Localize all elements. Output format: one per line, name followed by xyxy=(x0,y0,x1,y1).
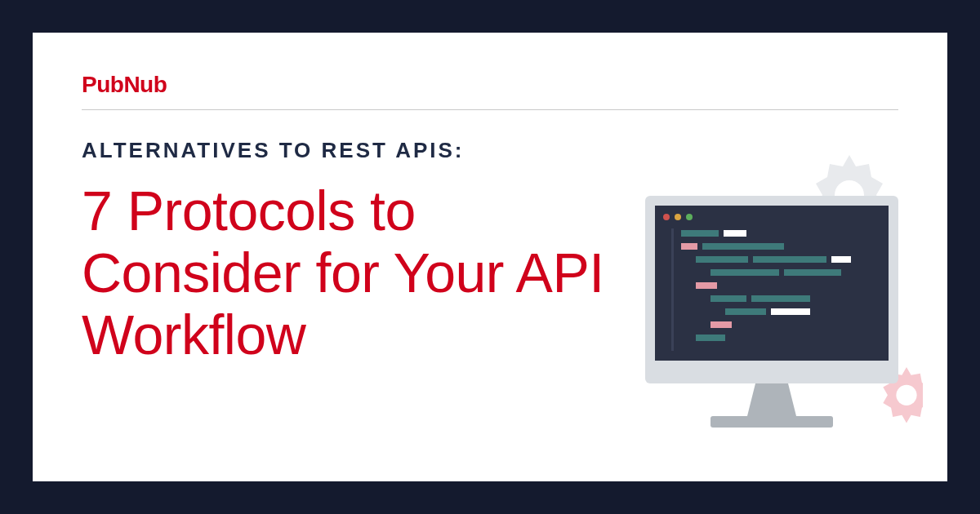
monitor-icon xyxy=(645,196,898,428)
monitor-illustration xyxy=(621,139,923,449)
headline-text: 7 Protocols to Consider for Your API Wor… xyxy=(82,179,621,366)
content-card: PubNub ALTERNATIVES TO REST APIS: 7 Prot… xyxy=(33,33,947,481)
brand-logo: PubNub xyxy=(82,72,898,110)
svg-rect-16 xyxy=(710,269,779,276)
svg-rect-19 xyxy=(710,295,746,302)
svg-point-6 xyxy=(675,214,681,220)
svg-rect-9 xyxy=(681,230,719,237)
svg-rect-11 xyxy=(681,243,697,250)
svg-rect-24 xyxy=(696,335,725,341)
svg-rect-10 xyxy=(724,230,746,237)
svg-point-7 xyxy=(686,214,693,220)
svg-rect-18 xyxy=(696,282,717,289)
svg-rect-4 xyxy=(655,206,889,361)
svg-rect-14 xyxy=(753,256,826,263)
svg-rect-17 xyxy=(784,269,841,276)
svg-rect-21 xyxy=(725,308,766,315)
svg-rect-13 xyxy=(696,256,748,263)
svg-point-1 xyxy=(896,385,916,405)
svg-rect-8 xyxy=(671,228,674,351)
svg-rect-12 xyxy=(702,243,784,250)
svg-rect-20 xyxy=(751,295,810,302)
svg-rect-15 xyxy=(831,256,851,263)
svg-rect-2 xyxy=(710,416,833,428)
svg-rect-22 xyxy=(771,308,810,315)
svg-point-5 xyxy=(663,214,670,220)
svg-rect-23 xyxy=(710,321,732,328)
